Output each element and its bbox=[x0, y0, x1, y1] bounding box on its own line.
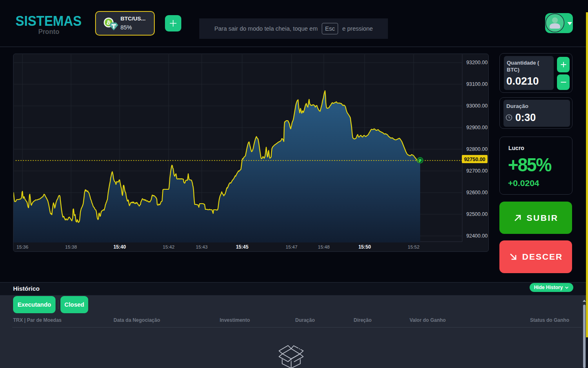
svg-text:92700.00: 92700.00 bbox=[466, 168, 488, 174]
svg-text:92500.00: 92500.00 bbox=[466, 211, 488, 217]
svg-text:92400.00: 92400.00 bbox=[466, 233, 488, 239]
svg-text:15:52: 15:52 bbox=[408, 245, 420, 249]
svg-text:15:36: 15:36 bbox=[17, 245, 29, 249]
svg-text:15:38: 15:38 bbox=[65, 245, 77, 249]
svg-text:15:48: 15:48 bbox=[318, 245, 330, 249]
svg-text:92750.00: 92750.00 bbox=[464, 157, 485, 162]
svg-text:15:42: 15:42 bbox=[163, 245, 175, 249]
svg-text:92600.00: 92600.00 bbox=[466, 190, 488, 195]
svg-text:92900.00: 92900.00 bbox=[466, 125, 488, 130]
svg-text:15:40: 15:40 bbox=[114, 244, 126, 250]
svg-text:92800.00: 92800.00 bbox=[466, 146, 488, 152]
svg-text:15:47: 15:47 bbox=[286, 245, 298, 249]
svg-text:93000.00: 93000.00 bbox=[466, 103, 488, 109]
svg-text:15:43: 15:43 bbox=[196, 245, 208, 249]
svg-text:15:50: 15:50 bbox=[359, 244, 371, 250]
svg-text:93100.00: 93100.00 bbox=[466, 81, 488, 87]
svg-text:93200.00: 93200.00 bbox=[466, 60, 488, 65]
svg-text:15:45: 15:45 bbox=[236, 244, 249, 250]
